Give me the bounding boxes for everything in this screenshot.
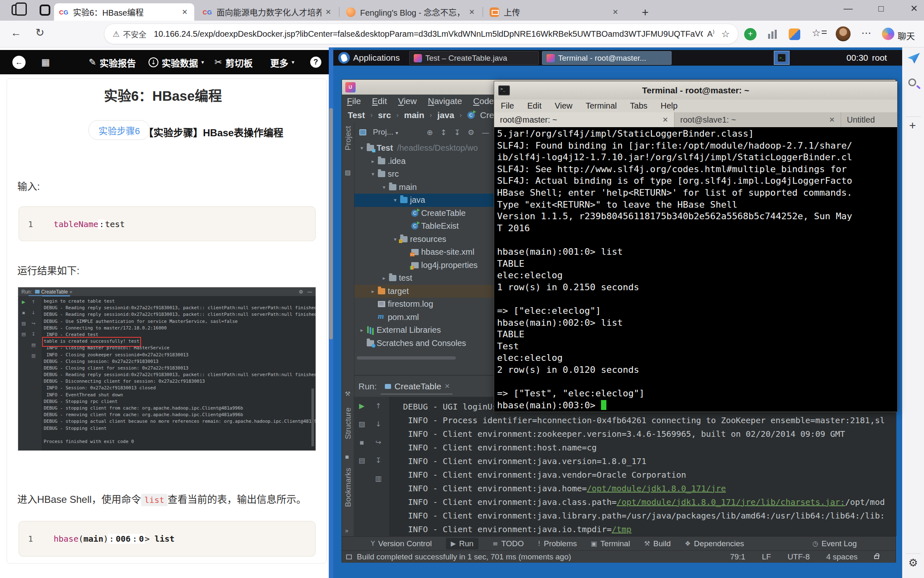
browser-tab[interactable]: 面向能源电力数字化人才培养的– ✕ <box>198 3 338 21</box>
project-tree-row[interactable]: ▾ java <box>354 194 494 207</box>
run-tab[interactable]: CreateTable ✕ <box>382 381 453 391</box>
lab-report-button[interactable]: ✎ 实验报告 <box>89 50 136 74</box>
terminal-tab[interactable]: Untitled <box>841 112 897 127</box>
project-tree-row[interactable]: ▾ src <box>354 168 494 181</box>
breadcrumb-item[interactable]: Test <box>348 110 365 120</box>
wrench-icon[interactable]: ⚒ <box>345 390 350 398</box>
project-tree-row[interactable]: firestorm.log <box>354 298 494 311</box>
bookmarks-tool-tab[interactable]: Bookmarks <box>344 468 353 507</box>
line-ending[interactable]: LF <box>762 552 771 561</box>
tool-window-button[interactable]: ❖ Dependencies <box>685 539 744 548</box>
url-text[interactable]: 10.166.24.5/exp/doexpDeskDocker.jsp?libC… <box>154 29 703 39</box>
more-tools-icon[interactable]: » <box>345 527 349 535</box>
browser-menu-icon[interactable]: ⋯ <box>861 27 871 39</box>
folder-icon[interactable]: ▨ <box>345 169 351 176</box>
console-link[interactable]: /opt/module/jdk1.8.0_171/jre <box>587 483 726 493</box>
workspaces-icon[interactable] <box>40 5 50 16</box>
browser-tab[interactable]: 实验6：HBase编程 ✕ <box>54 3 194 21</box>
step-badge[interactable]: 实验步骤6 <box>88 120 150 140</box>
page-scrollbar-thumb[interactable] <box>329 108 333 339</box>
console-link[interactable]: /tmp <box>612 524 632 534</box>
project-tree-row[interactable]: Scratches and Consoles <box>354 337 494 350</box>
run-tab-close-icon[interactable]: ✕ <box>445 382 450 390</box>
project-tree-row[interactable]: pom.xml <box>354 311 494 324</box>
file-encoding[interactable]: UTF-8 <box>787 552 810 561</box>
window-minimize-button[interactable]: — <box>840 3 856 14</box>
project-tree-row[interactable]: ▸ test <box>354 272 494 285</box>
tree-chevron-icon[interactable]: ▸ <box>357 327 367 333</box>
idea-menu-item[interactable]: Code <box>473 96 494 106</box>
console-tool-icon[interactable]: ↑ <box>375 402 382 410</box>
terminal-titlebar[interactable]: >_ Terminal - root@master: ~ <box>494 81 897 99</box>
security-label[interactable]: 不安全 <box>123 28 146 40</box>
tool-window-button[interactable]: Y Version Control <box>371 539 432 548</box>
favorites-bar-icon[interactable]: ☆ <box>812 27 821 39</box>
event-log-button[interactable]: ◷ Event Log <box>812 539 857 548</box>
tree-chevron-icon[interactable]: ▸ <box>368 288 378 294</box>
extension-stats-icon[interactable] <box>768 30 778 39</box>
caret-position[interactable]: 79:1 <box>730 552 745 561</box>
tray-terminal-icon[interactable]: >_ <box>774 51 790 65</box>
tree-chevron-icon[interactable]: ▾ <box>390 197 400 203</box>
terminal-menu-item[interactable]: Tabs <box>630 101 647 111</box>
terminal-menu-item[interactable]: File <box>501 101 514 111</box>
refresh-button[interactable]: ↻ <box>35 26 45 39</box>
back-button[interactable]: ← <box>11 26 21 39</box>
structure-tool-tab[interactable]: Structure <box>344 407 353 439</box>
sidebar-add-icon[interactable]: + <box>909 119 916 132</box>
copilot-chat-label[interactable]: 聊天 <box>898 29 915 42</box>
status-message[interactable]: Build completed successfully in 1 sec, 7… <box>357 552 571 561</box>
project-tree-row[interactable]: ▸ target <box>354 285 494 298</box>
indent-setting[interactable]: 4 spaces <box>826 552 858 561</box>
idea-menu-item[interactable]: Edit <box>372 96 387 106</box>
tree-chevron-icon[interactable]: ▾ <box>379 184 389 190</box>
copilot-icon[interactable] <box>882 28 894 40</box>
breadcrumb-item[interactable]: main <box>404 110 424 120</box>
idea-menu-item[interactable]: View <box>398 96 417 106</box>
lab-data-button[interactable]: ↓ 实验数据 ▾ <box>148 50 204 74</box>
lock-icon[interactable] <box>874 555 879 559</box>
terminal-output[interactable]: 5.jar!/org/slf4j/impl/StaticLoggerBinder… <box>494 127 897 412</box>
terminal-tab[interactable]: root@master: ~ ✕ <box>494 112 674 127</box>
tool-window-button[interactable]: ≡ TODO <box>493 539 524 548</box>
idea-menu-item[interactable]: Navigate <box>428 96 462 106</box>
terminal-tab-close-icon[interactable]: ✕ <box>829 116 835 124</box>
lab-help-button[interactable]: ? <box>310 50 321 74</box>
applications-menu[interactable]: Applications <box>353 53 400 63</box>
console-tool-icon[interactable]: ▪ <box>358 438 365 446</box>
terminal-menu-item[interactable]: Edit <box>527 101 541 111</box>
terminal-tab[interactable]: root@slave1: ~ ✕ <box>674 112 841 127</box>
panel-header-icon[interactable]: ⊕ <box>427 128 433 137</box>
project-tree-row[interactable]: log4j.properties <box>354 259 494 272</box>
terminal-menu-item[interactable]: View <box>555 101 573 111</box>
tree-chevron-icon[interactable]: ▾ <box>357 145 367 151</box>
project-tree-row[interactable]: TableExist <box>354 220 494 233</box>
taskbar-button[interactable]: Test – CreateTable.java <box>409 51 539 65</box>
tab-close-icon[interactable]: ✕ <box>180 7 189 17</box>
extension-green-icon[interactable]: + <box>744 28 757 40</box>
project-tree-row[interactable]: CreateTable <box>354 207 494 220</box>
console-link[interactable]: /opt/module/jdk1.8.0_171/jre/lib/charset… <box>617 497 845 507</box>
status-window-icon[interactable] <box>346 554 352 559</box>
square-icon[interactable]: ▪ <box>345 453 349 460</box>
tab-close-icon[interactable]: ✕ <box>324 7 333 17</box>
panel-header-icon[interactable]: ↕ <box>441 128 447 137</box>
tool-window-button[interactable]: ⚒ Build <box>644 539 671 548</box>
console-tool-icon[interactable]: ▨ <box>358 420 365 428</box>
terminal-menu-item[interactable]: Terminal <box>586 101 617 111</box>
sidebar-settings-icon[interactable]: ⚙ <box>908 557 918 569</box>
project-tree-row[interactable]: ▸ .idea <box>354 155 494 168</box>
console-tool-icon[interactable]: ↧ <box>375 456 382 464</box>
lab-back-button[interactable]: ← <box>12 50 26 74</box>
tool-window-button[interactable]: ▶ Run <box>446 538 478 550</box>
project-tree-row[interactable]: ▾ Test /headless/Desktop/wo <box>354 142 494 155</box>
taskbar-button[interactable]: Terminal - root@master... <box>542 51 672 65</box>
console-tool-icon[interactable]: ▥ <box>375 474 382 483</box>
lab-list-button[interactable]: ▦ <box>41 50 50 74</box>
terminal-tab-close-icon[interactable]: ✕ <box>662 116 668 124</box>
idea-menu-item[interactable]: File <box>347 96 361 106</box>
read-aloud-icon[interactable]: A⟩ <box>707 29 714 39</box>
tool-window-button[interactable]: ▣ Terminal <box>591 539 630 548</box>
breadcrumb-item[interactable]: java <box>437 110 454 120</box>
console-tool-icon[interactable]: ▶ <box>358 402 365 410</box>
